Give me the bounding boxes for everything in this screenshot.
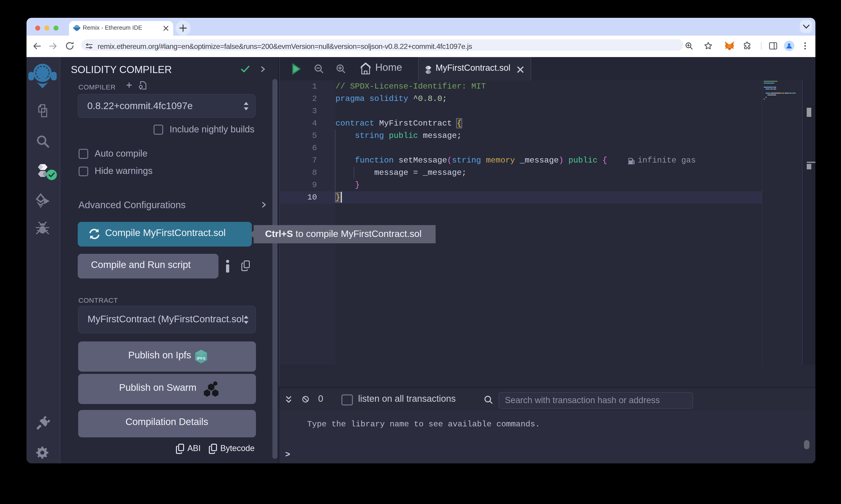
svg-text:IPFS: IPFS xyxy=(196,356,205,360)
